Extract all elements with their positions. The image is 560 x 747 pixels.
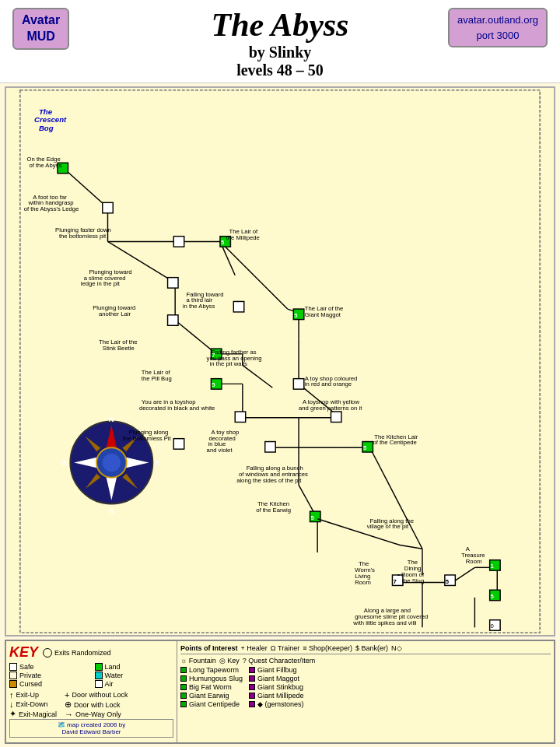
svg-text:the Slug: the Slug	[402, 577, 424, 584]
svg-text:1: 1	[491, 563, 495, 570]
terrain-land: Land	[95, 663, 174, 671]
svg-rect-59	[173, 237, 184, 247]
terrain-grid: Safe Land Private Water Cursed Air	[9, 663, 173, 688]
svg-text:in the Abyss: in the Abyss	[183, 303, 215, 310]
svg-text:5: 5	[491, 593, 495, 600]
svg-text:E: E	[156, 458, 161, 467]
svg-point-12	[103, 454, 121, 472]
svg-text:and green patterns on it: and green patterns on it	[299, 405, 362, 412]
svg-text:5: 5	[310, 514, 314, 521]
svg-text:ledge in the pit: ledge in the pit	[81, 280, 121, 287]
svg-text:The: The	[39, 107, 53, 116]
svg-text:with little spikes and villi: with little spikes and villi	[352, 619, 416, 626]
svg-text:Bog: Bog	[39, 124, 54, 132]
svg-text:Room: Room	[355, 579, 371, 586]
svg-text:of the Earwig: of the Earwig	[256, 507, 291, 514]
svg-text:and violet: and violet	[207, 447, 233, 454]
map-svg: N S W E	[6, 88, 554, 635]
svg-rect-101	[265, 442, 275, 452]
svg-text:Giant Maggot: Giant Maggot	[305, 311, 341, 318]
svg-rect-66	[168, 278, 178, 288]
svg-text:the Bottomless Pit: the Bottomless Pit	[123, 435, 172, 442]
terrain-cursed: Cursed	[9, 680, 89, 688]
svg-rect-106	[173, 439, 184, 449]
svg-rect-98	[331, 412, 341, 422]
svg-text:of the Abyss: of the Abyss	[29, 162, 61, 169]
purple-creatures: Giant Fillbug Giant Maggot Giant Stinkbu…	[249, 666, 304, 709]
legend-title: KEY	[9, 644, 38, 661]
svg-text:5: 5	[221, 239, 225, 246]
avatar-badge: Avatar MUD	[12, 8, 69, 50]
svg-text:of the Centipede: of the Centipede	[373, 439, 416, 446]
terrain-private: Private	[9, 672, 89, 679]
svg-text:5: 5	[212, 381, 215, 388]
terrain-water: Water	[95, 672, 174, 679]
svg-text:the Millipede: the Millipede	[226, 234, 260, 241]
svg-text:the Pill Bug: the Pill Bug	[142, 375, 172, 382]
svg-text:along the sides of the pit: along the sides of the pit	[236, 477, 302, 484]
svg-text:N: N	[109, 415, 114, 423]
svg-text:in red and orange: in red and orange	[305, 381, 352, 388]
terrain-safe: Safe	[9, 663, 89, 671]
svg-rect-55	[103, 202, 113, 212]
legend: KEY Exits Randomized Safe Land Private W…	[5, 640, 555, 744]
svg-text:5: 5	[363, 444, 367, 451]
svg-text:Room: Room	[466, 558, 482, 565]
svg-text:Crescent: Crescent	[34, 115, 67, 124]
svg-rect-70	[168, 315, 178, 325]
svg-text:the bottomless pit: the bottomless pit	[59, 233, 107, 240]
svg-text:in the pit walls: in the pit walls	[209, 360, 247, 367]
svg-text:S: S	[109, 507, 114, 515]
legend-right: Points of Interest + HealerΩ Trainer≡ Sh…	[177, 641, 554, 742]
legend-left: KEY Exits Randomized Safe Land Private W…	[6, 641, 177, 742]
server-badge: avatar.outland.org port 3000	[448, 8, 548, 47]
svg-text:of the Abyss's Ledge: of the Abyss's Ledge	[24, 205, 79, 212]
map-area: N S W E	[5, 86, 555, 637]
header: Avatar MUD The Abyss by Slinky levels 48…	[0, 0, 560, 83]
credit-box: 🗺️ map created 2006 byDavid Edward Barbe…	[9, 719, 173, 738]
page: Avatar MUD The Abyss by Slinky levels 48…	[0, 0, 560, 747]
svg-text:decorated in black and white: decorated in black and white	[139, 405, 215, 412]
svg-rect-73	[233, 301, 243, 311]
svg-text:5: 5	[446, 578, 450, 585]
green-creatures: Long Tapeworm Humungous Slug Big Fat Wor…	[180, 666, 243, 709]
svg-text:0: 0	[491, 622, 494, 630]
svg-text:W: W	[61, 458, 69, 467]
svg-rect-92	[293, 379, 303, 389]
svg-text:village of the pit: village of the pit	[367, 523, 409, 530]
svg-rect-95	[235, 412, 245, 422]
svg-text:5: 5	[294, 312, 298, 319]
page-levels: levels 48 – 50	[0, 61, 560, 79]
svg-text:another Lair: another Lair	[99, 310, 131, 317]
terrain-air: Air	[95, 680, 174, 688]
svg-text:Stink Beetle: Stink Beetle	[103, 345, 135, 352]
svg-text:7: 7	[393, 578, 396, 585]
